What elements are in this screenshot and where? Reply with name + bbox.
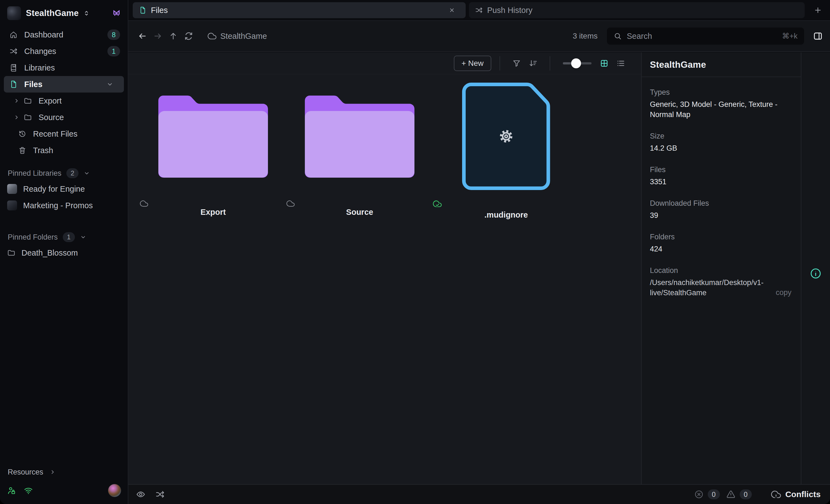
field-value: Generic, 3D Model - Generic, Texture - N…	[650, 99, 792, 120]
sidebar-item-label: Trash	[33, 146, 53, 155]
sidebar-item-label: Libraries	[24, 63, 55, 72]
chevron-right-icon	[49, 469, 56, 475]
file-cell-export: Export	[140, 74, 286, 484]
chevron-down-icon[interactable]	[80, 234, 87, 241]
field-types: Types Generic, 3D Model - Generic, Textu…	[650, 88, 793, 120]
sidebar-item-label: Changes	[24, 47, 56, 56]
shuffle-icon[interactable]	[155, 490, 165, 499]
field-files: Files 3351	[650, 165, 793, 187]
search-input[interactable]	[627, 32, 782, 41]
resources-link[interactable]: Resources	[0, 464, 128, 480]
sidebar-item-export[interactable]: Export	[4, 93, 124, 109]
tab-bar: Files Push History	[128, 0, 830, 21]
file-meta: .mudignore	[433, 198, 579, 218]
circle-x-icon	[694, 490, 704, 499]
panel-toggle-icon[interactable]	[813, 31, 823, 41]
warning-triangle-icon	[726, 490, 736, 499]
info-icon[interactable]	[810, 63, 822, 484]
folder-tile-export[interactable]	[140, 74, 286, 198]
search-box[interactable]: ⌘+k	[607, 28, 804, 44]
sidebar-item-label: Recent Files	[33, 129, 77, 138]
wifi-icon[interactable]	[24, 486, 33, 495]
pinned-library-marketing-promos[interactable]: Marketing - Promos	[0, 197, 128, 214]
warning-count-badge: 0	[740, 490, 752, 499]
eye-icon[interactable]	[136, 490, 146, 499]
tab-label: Files	[151, 6, 168, 15]
conflicts-cluster[interactable]: 0 0 Conflicts	[694, 490, 821, 499]
field-folders: Folders 424	[650, 233, 793, 254]
sidebar-item-changes[interactable]: Changes 1	[4, 43, 124, 60]
sidebar-item-files[interactable]: Files	[4, 76, 124, 93]
conflicts-button[interactable]: Conflicts	[771, 490, 821, 499]
project-thumbnail	[7, 6, 21, 20]
breadcrumb[interactable]: StealthGame	[208, 32, 267, 41]
sort-icon[interactable]	[529, 59, 538, 68]
sidebar-item-libraries[interactable]: Libraries	[4, 60, 124, 76]
tab-files[interactable]: Files	[133, 2, 466, 18]
sidebar-item-dashboard[interactable]: Dashboard 8	[4, 26, 124, 43]
close-icon[interactable]	[449, 7, 455, 13]
divider	[642, 76, 801, 77]
zoom-slider[interactable]	[563, 58, 592, 69]
field-value: /Users/nachiketkumar/Desktop/v1-live/Ste…	[650, 278, 773, 298]
copy-button[interactable]: copy	[776, 288, 792, 297]
avatar[interactable]	[108, 484, 121, 497]
folder-icon	[24, 97, 32, 105]
field-value: 424	[650, 244, 793, 254]
app-window: StealthGame Dashboard 8 Changes 1 Librar…	[0, 0, 830, 504]
chevron-right-icon[interactable]	[13, 97, 20, 104]
pinned-libraries-count: 2	[66, 168, 78, 178]
new-button[interactable]: + New	[454, 56, 491, 71]
up-arrow-icon[interactable]	[167, 30, 180, 42]
shuffle-icon	[475, 6, 483, 14]
sidebar-item-source[interactable]: Source	[4, 109, 124, 126]
sidebar-item-recent-files[interactable]: Recent Files	[4, 126, 124, 142]
file-name: .mudignore	[433, 211, 579, 220]
breadcrumb-label: StealthGame	[220, 32, 267, 41]
field-label: Types	[650, 88, 793, 97]
divider	[500, 56, 500, 70]
chevron-updown-icon[interactable]	[83, 9, 90, 17]
user-lock-icon[interactable]	[7, 486, 16, 495]
cloud-alert-icon	[771, 490, 781, 499]
folder-tile-source[interactable]	[286, 74, 433, 198]
new-tab-button[interactable]	[811, 3, 825, 18]
sidebar-item-label: Dashboard	[24, 30, 63, 39]
chevron-down-icon[interactable]	[106, 81, 114, 88]
cloud-sync-icon	[140, 199, 148, 208]
tab-push-history[interactable]: Push History	[469, 2, 805, 18]
conflicts-label: Conflicts	[786, 490, 821, 499]
field-downloaded-files: Downloaded Files 39	[650, 199, 793, 221]
mudstack-logo-icon	[112, 8, 121, 18]
cloud-icon	[208, 32, 217, 40]
search-icon	[613, 32, 622, 40]
chevron-down-icon[interactable]	[84, 170, 90, 177]
slider-thumb[interactable]	[571, 58, 581, 68]
section-title: Pinned Folders	[8, 233, 58, 242]
pinned-library-ready-for-engine[interactable]: Ready for Engine	[0, 181, 128, 197]
sidebar-item-trash[interactable]: Trash	[4, 142, 124, 159]
field-label: Downloaded Files	[650, 199, 793, 208]
file-grid: Export Source	[128, 74, 641, 484]
refresh-icon[interactable]	[182, 30, 195, 42]
field-value: 14.2 GB	[650, 143, 793, 153]
library-thumbnail	[7, 200, 17, 211]
content-toolbar: + New	[128, 52, 641, 74]
filter-icon[interactable]	[512, 59, 521, 68]
back-arrow-icon[interactable]	[136, 30, 149, 42]
project-switcher[interactable]: StealthGame	[0, 0, 128, 26]
library-thumbnail	[7, 184, 17, 194]
chevron-right-icon[interactable]	[13, 114, 20, 121]
list-view-icon[interactable]	[616, 59, 625, 68]
grid-view-icon[interactable]	[600, 59, 609, 68]
file-cell-source: Source	[286, 74, 433, 484]
pinned-libraries-header[interactable]: Pinned Libraries 2	[0, 166, 128, 181]
file-tile-mudignore-selected[interactable]	[433, 74, 579, 198]
pinned-folder-death-blossom[interactable]: Death_Blossom	[0, 245, 128, 261]
forward-arrow-icon[interactable]	[152, 30, 164, 42]
file-icon	[9, 80, 18, 88]
pinned-folders-header[interactable]: Pinned Folders 1	[0, 230, 128, 245]
file-meta: Source	[286, 198, 433, 218]
file-browser: + New	[128, 52, 641, 484]
project-title: StealthGame	[26, 8, 79, 18]
